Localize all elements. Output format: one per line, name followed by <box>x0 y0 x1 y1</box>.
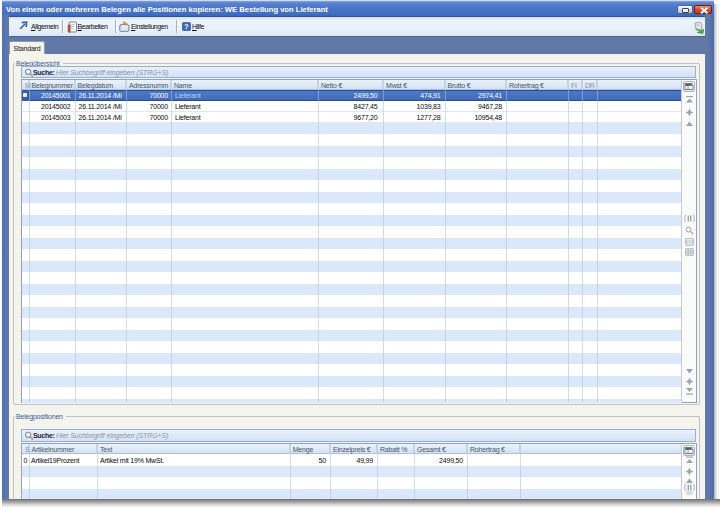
svg-text:?: ? <box>184 23 188 30</box>
